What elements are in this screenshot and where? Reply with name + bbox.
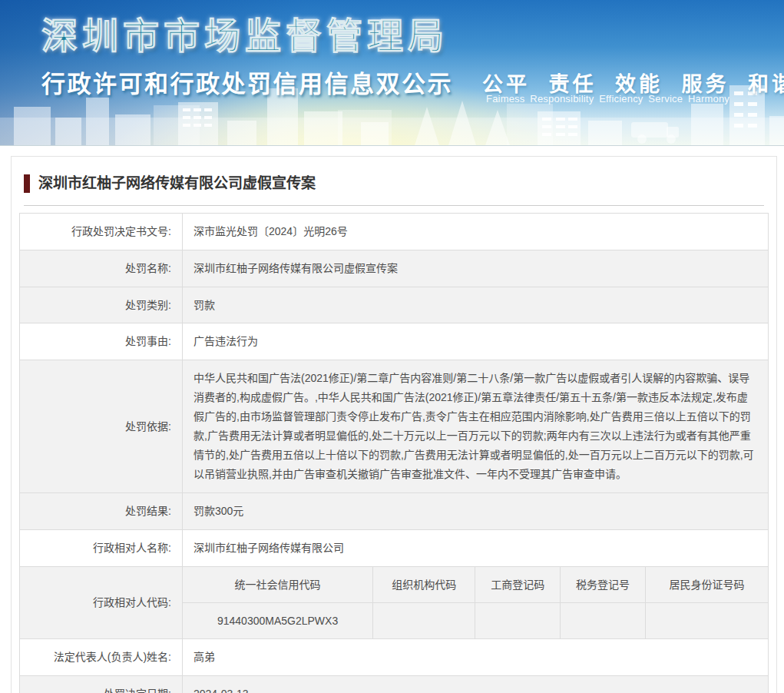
table-row: 行政相对人名称: 深圳市红柚子网络传媒有限公司: [20, 529, 769, 566]
code-value: [560, 602, 645, 638]
row-label: 处罚决定日期:: [20, 676, 183, 693]
code-value: [373, 602, 475, 638]
row-value: 罚款: [183, 287, 769, 323]
table-row: 行政处罚决定书文号: 深市监光处罚〔2024〕光明26号: [20, 213, 769, 250]
content-panel: 深圳市红柚子网络传媒有限公司虚假宣传案 行政处罚决定书文号: 深市监光处罚〔20…: [11, 156, 777, 693]
table-row: 处罚名称: 深圳市红柚子网络传媒有限公司虚假宣传案: [20, 250, 769, 287]
table-row: 处罚决定日期: 2024-03-13: [20, 676, 769, 693]
row-label: 处罚名称:: [20, 250, 183, 287]
code-col-header: 统一社会信用代码: [183, 567, 373, 603]
case-title-row: 深圳市红柚子网络传媒有限公司虚假宣传案: [12, 157, 776, 205]
row-value: 2024-03-13: [183, 676, 769, 693]
row-value: 深圳市红柚子网络传媒有限公司: [183, 529, 769, 566]
code-col-header: 工商登记码: [475, 567, 560, 603]
row-value: 高弟: [183, 639, 769, 676]
values-slogan-en: Faimess Responsibility Efficiency Servic…: [486, 93, 729, 104]
row-value: 统一社会信用代码 组织机构代码 工商登记码 税务登记号 居民身份证号码 9144…: [183, 566, 769, 639]
row-value: 深圳市红柚子网络传媒有限公司虚假宣传案: [183, 250, 769, 287]
page-title: 深圳市红柚子网络传媒有限公司虚假宣传案: [38, 174, 316, 194]
row-value: 深市监光处罚〔2024〕光明26号: [183, 213, 769, 250]
section-divider: [24, 205, 764, 206]
row-value: 中华人民共和国广告法(2021修正)/第二章广告内容准则/第二十八条/第一款广告…: [183, 360, 769, 492]
code-value-row: 91440300MA5G2LPWX3: [183, 602, 768, 638]
row-value: 广告违法行为: [183, 323, 769, 360]
penalty-info-table: 行政处罚决定书文号: 深市监光处罚〔2024〕光明26号 处罚名称: 深圳市红柚…: [19, 213, 769, 693]
row-label: 处罚事由:: [20, 323, 183, 360]
code-value: [646, 602, 768, 638]
table-row-party-codes: 行政相对人代码: 统一社会信用代码 组织机构代码 工商登记码 税务登记号 居民身…: [20, 566, 769, 639]
code-value: 91440300MA5G2LPWX3: [183, 602, 373, 638]
code-col-header: 居民身份证号码: [646, 567, 768, 603]
banner-subtitle: 行政许可和行政处罚信用信息双公示: [41, 65, 453, 99]
row-value: 罚款300元: [183, 492, 769, 529]
code-col-header: 税务登记号: [560, 567, 645, 603]
code-table: 统一社会信用代码 组织机构代码 工商登记码 税务登记号 居民身份证号码 9144…: [183, 567, 768, 639]
row-label: 处罚类别:: [20, 287, 183, 323]
row-label: 处罚结果:: [20, 492, 183, 529]
code-value: [475, 602, 560, 638]
table-row: 处罚结果: 罚款300元: [20, 492, 769, 529]
table-row: 处罚类别: 罚款: [20, 287, 769, 323]
row-label: 行政相对人名称:: [20, 529, 183, 566]
site-banner: 深圳市市场监督管理局 行政许可和行政处罚信用信息双公示 公平 责任 效能 服务 …: [0, 0, 784, 146]
table-row: 处罚事由: 广告违法行为: [20, 323, 769, 360]
code-header-row: 统一社会信用代码 组织机构代码 工商登记码 税务登记号 居民身份证号码: [183, 567, 768, 603]
row-label: 法定代表人(负责人)姓名:: [20, 639, 183, 676]
row-label: 行政相对人代码:: [20, 566, 183, 639]
row-label: 处罚依据:: [20, 360, 183, 492]
code-col-header: 组织机构代码: [373, 567, 475, 603]
table-row: 法定代表人(负责人)姓名: 高弟: [20, 639, 769, 676]
org-title: 深圳市市场监督管理局: [41, 6, 448, 59]
table-row: 处罚依据: 中华人民共和国广告法(2021修正)/第二章广告内容准则/第二十八条…: [20, 360, 769, 492]
row-label: 行政处罚决定书文号:: [20, 213, 183, 250]
title-accent-bar: [24, 174, 30, 193]
